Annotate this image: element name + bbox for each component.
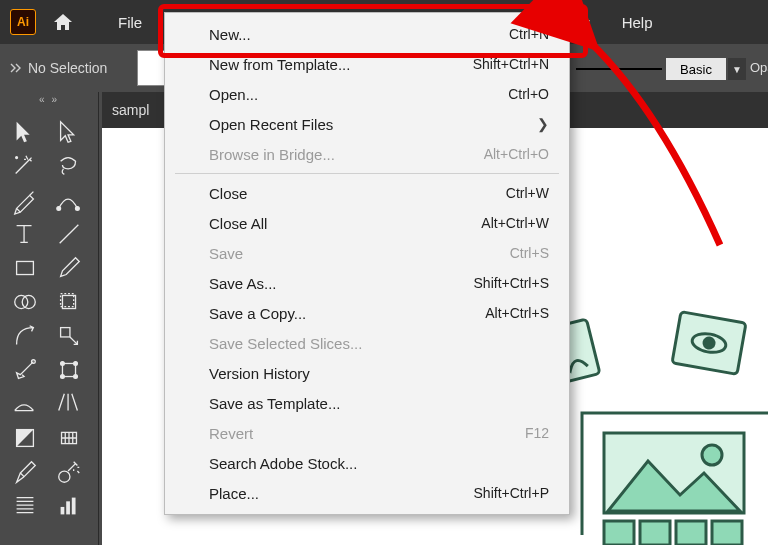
menu-item-shortcut: Shift+Ctrl+S — [474, 275, 549, 291]
tool-free-transform[interactable] — [50, 320, 88, 352]
menu-item-shortcut: Ctrl+W — [506, 185, 549, 201]
expand-panel-icon[interactable] — [8, 61, 22, 75]
submenu-arrow-icon: ❯ — [537, 116, 549, 132]
tool-curvature[interactable] — [50, 184, 88, 216]
menu-item-label: Save As... — [209, 275, 474, 292]
tool-wrinkle[interactable] — [6, 490, 44, 522]
lasso-icon — [55, 151, 83, 181]
paintbrush-icon — [55, 253, 83, 283]
tool-magic-wand[interactable] — [6, 150, 44, 182]
menu-view-partial[interactable]: v — [566, 10, 606, 35]
tool-warp[interactable] — [50, 354, 88, 386]
menu-item-save-as[interactable]: Save As...Shift+Ctrl+S — [165, 268, 569, 298]
svg-point-25 — [703, 337, 715, 349]
app-logo[interactable]: Ai — [10, 9, 36, 35]
tool-rotate[interactable] — [50, 286, 88, 318]
rotate-icon — [55, 287, 83, 317]
stroke-profile-select[interactable]: Basic — [666, 58, 726, 80]
menu-item-new-from-template[interactable]: New from Template...Shift+Ctrl+N — [165, 49, 569, 79]
tool-selection[interactable] — [6, 116, 44, 148]
opacity-label: Opa — [750, 60, 768, 75]
tool-width[interactable] — [6, 354, 44, 386]
svg-point-11 — [61, 362, 65, 366]
blend-icon — [11, 457, 39, 487]
file-menu-dropdown: New...Ctrl+NNew from Template...Shift+Ct… — [164, 12, 570, 515]
menu-item-new[interactable]: New...Ctrl+N — [165, 19, 569, 49]
svg-rect-3 — [17, 261, 34, 274]
menu-item-browse-in-bridge: Browse in Bridge...Alt+Ctrl+O — [165, 139, 569, 169]
svg-rect-28 — [604, 521, 634, 545]
gradient-icon — [11, 423, 39, 453]
menu-separator — [175, 173, 559, 174]
menu-item-label: New... — [209, 26, 509, 43]
width-icon — [11, 355, 39, 385]
curvature-icon — [55, 185, 83, 215]
svg-point-12 — [74, 362, 78, 366]
app-window: Ai File v Help No Selection Basic ▼ Opa … — [0, 0, 768, 545]
svg-rect-31 — [712, 521, 742, 545]
document-tab[interactable]: sampl — [112, 102, 149, 118]
home-button[interactable] — [50, 9, 76, 35]
menu-item-label: Save a Copy... — [209, 305, 485, 322]
menu-file[interactable]: File — [102, 10, 158, 35]
tool-eyedropper[interactable] — [50, 422, 88, 454]
tool-rectangle[interactable] — [6, 252, 44, 284]
menu-item-place[interactable]: Place...Shift+Ctrl+P — [165, 478, 569, 508]
menu-item-label: Revert — [209, 425, 525, 442]
tool-type[interactable] — [6, 218, 44, 250]
menu-item-label: Browse in Bridge... — [209, 146, 484, 163]
menu-item-label: Place... — [209, 485, 474, 502]
selection-status: No Selection — [28, 60, 107, 76]
svg-rect-8 — [61, 328, 70, 337]
menu-item-save: SaveCtrl+S — [165, 238, 569, 268]
menu-item-label: Close All — [209, 215, 481, 232]
svg-point-4 — [15, 295, 28, 308]
tool-blend[interactable] — [6, 456, 44, 488]
tool-symbol-sprayer[interactable] — [50, 456, 88, 488]
svg-point-2 — [76, 207, 80, 211]
tool-scale[interactable] — [6, 320, 44, 352]
svg-rect-18 — [61, 507, 65, 514]
tool-mesh[interactable] — [6, 388, 44, 420]
menu-item-shortcut: Ctrl+S — [510, 245, 549, 261]
tool-gradient[interactable] — [6, 422, 44, 454]
shape-builder-icon — [11, 287, 39, 317]
pen-icon — [11, 185, 39, 215]
menu-item-close-all[interactable]: Close AllAlt+Ctrl+W — [165, 208, 569, 238]
tool-paintbrush[interactable] — [50, 252, 88, 284]
menu-item-revert: RevertF12 — [165, 418, 569, 448]
menu-item-version-history[interactable]: Version History — [165, 358, 569, 388]
menu-item-save-as-template[interactable]: Save as Template... — [165, 388, 569, 418]
menu-item-label: Save as Template... — [209, 395, 549, 412]
stroke-preview — [576, 68, 662, 70]
stroke-profile-dropdown-icon[interactable]: ▼ — [728, 58, 746, 80]
menu-item-close[interactable]: CloseCtrl+W — [165, 178, 569, 208]
menu-item-open-recent-files[interactable]: Open Recent Files❯ — [165, 109, 569, 139]
tool-perspective[interactable] — [50, 388, 88, 420]
svg-rect-10 — [62, 363, 75, 376]
menu-item-shortcut: Ctrl+N — [509, 26, 549, 42]
tool-line[interactable] — [50, 218, 88, 250]
tool-column-graph[interactable] — [50, 490, 88, 522]
svg-rect-30 — [676, 521, 706, 545]
tool-pen[interactable] — [6, 184, 44, 216]
menu-item-shortcut: Alt+Ctrl+O — [484, 146, 549, 162]
menu-item-search-adobe-stock[interactable]: Search Adobe Stock... — [165, 448, 569, 478]
menu-item-open[interactable]: Open...Ctrl+O — [165, 79, 569, 109]
menu-item-label: Search Adobe Stock... — [209, 455, 549, 472]
menu-item-shortcut: Shift+Ctrl+P — [474, 485, 549, 501]
panel-grip-icon[interactable]: « » — [0, 92, 98, 106]
menu-item-label: Open Recent Files — [209, 116, 537, 133]
perspective-icon — [55, 389, 83, 419]
tool-direct-selection[interactable] — [50, 116, 88, 148]
symbol-sprayer-icon — [55, 457, 83, 487]
svg-point-17 — [59, 471, 70, 482]
eyedropper-icon — [55, 423, 83, 453]
menu-help[interactable]: Help — [606, 10, 669, 35]
svg-rect-20 — [72, 498, 76, 515]
tool-shape-builder[interactable] — [6, 286, 44, 318]
menu-item-save-a-copy[interactable]: Save a Copy...Alt+Ctrl+S — [165, 298, 569, 328]
svg-point-1 — [57, 207, 61, 211]
tool-lasso[interactable] — [50, 150, 88, 182]
menu-item-label: Version History — [209, 365, 549, 382]
